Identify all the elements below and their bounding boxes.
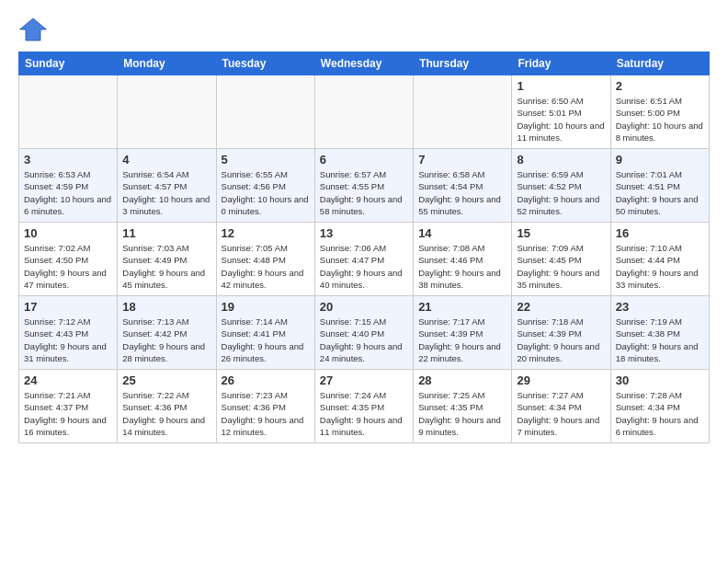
weekday-header-monday: Monday [118,52,216,75]
day-info: Sunrise: 7:21 AM Sunset: 4:37 PM Dayligh… [24,389,112,438]
day-number: 18 [122,300,210,314]
calendar-cell: 14Sunrise: 7:08 AM Sunset: 4:46 PM Dayli… [414,223,512,296]
day-number: 4 [122,153,210,167]
day-number: 27 [320,373,408,387]
calendar-week-5: 24Sunrise: 7:21 AM Sunset: 4:37 PM Dayli… [19,370,710,443]
day-info: Sunrise: 6:58 AM Sunset: 4:54 PM Dayligh… [418,168,506,217]
calendar-cell: 13Sunrise: 7:06 AM Sunset: 4:47 PM Dayli… [314,223,413,296]
calendar-cell [19,75,118,149]
calendar-cell: 8Sunrise: 6:59 AM Sunset: 4:52 PM Daylig… [512,149,610,223]
day-info: Sunrise: 7:05 AM Sunset: 4:48 PM Dayligh… [222,242,310,291]
day-info: Sunrise: 7:12 AM Sunset: 4:43 PM Dayligh… [24,316,112,364]
day-number: 13 [320,226,408,240]
day-number: 3 [24,153,112,167]
day-info: Sunrise: 7:22 AM Sunset: 4:36 PM Dayligh… [122,389,210,438]
calendar-cell: 29Sunrise: 7:27 AM Sunset: 4:34 PM Dayli… [512,370,610,443]
day-number: 6 [320,153,408,167]
day-info: Sunrise: 7:15 AM Sunset: 4:40 PM Dayligh… [320,316,408,364]
day-number: 28 [418,373,506,387]
day-info: Sunrise: 7:23 AM Sunset: 4:36 PM Dayligh… [222,389,310,438]
weekday-header-friday: Friday [512,52,610,75]
day-number: 17 [24,300,112,314]
day-number: 15 [517,226,605,240]
day-info: Sunrise: 6:53 AM Sunset: 4:59 PM Dayligh… [24,168,112,217]
calendar-cell: 24Sunrise: 7:21 AM Sunset: 4:37 PM Dayli… [19,370,118,443]
day-number: 16 [616,226,704,240]
day-number: 25 [122,373,210,387]
calendar-cell [414,75,512,149]
calendar-cell: 1Sunrise: 6:50 AM Sunset: 5:01 PM Daylig… [512,75,610,149]
calendar-week-3: 10Sunrise: 7:02 AM Sunset: 4:50 PM Dayli… [19,223,710,296]
day-info: Sunrise: 7:28 AM Sunset: 4:34 PM Dayligh… [616,389,704,438]
calendar-cell: 17Sunrise: 7:12 AM Sunset: 4:43 PM Dayli… [19,296,118,370]
logo [18,15,51,44]
calendar-cell: 26Sunrise: 7:23 AM Sunset: 4:36 PM Dayli… [216,370,314,443]
day-info: Sunrise: 7:03 AM Sunset: 4:49 PM Dayligh… [122,242,210,291]
calendar-cell: 7Sunrise: 6:58 AM Sunset: 4:54 PM Daylig… [414,149,512,223]
calendar-cell: 9Sunrise: 7:01 AM Sunset: 4:51 PM Daylig… [610,149,709,223]
day-number: 30 [616,373,704,387]
calendar-cell [216,75,314,149]
calendar-cell: 15Sunrise: 7:09 AM Sunset: 4:45 PM Dayli… [512,223,610,296]
day-info: Sunrise: 6:51 AM Sunset: 5:00 PM Dayligh… [616,95,704,144]
weekday-header-row: SundayMondayTuesdayWednesdayThursdayFrid… [19,52,710,75]
day-number: 20 [320,300,408,314]
day-info: Sunrise: 7:27 AM Sunset: 4:34 PM Dayligh… [517,389,605,438]
calendar-cell: 2Sunrise: 6:51 AM Sunset: 5:00 PM Daylig… [610,75,709,149]
calendar-cell: 11Sunrise: 7:03 AM Sunset: 4:49 PM Dayli… [118,223,216,296]
calendar-cell: 10Sunrise: 7:02 AM Sunset: 4:50 PM Dayli… [19,223,118,296]
calendar-cell: 23Sunrise: 7:19 AM Sunset: 4:38 PM Dayli… [610,296,709,370]
day-info: Sunrise: 7:25 AM Sunset: 4:35 PM Dayligh… [418,389,506,438]
day-number: 14 [418,226,506,240]
calendar-cell: 6Sunrise: 6:57 AM Sunset: 4:55 PM Daylig… [314,149,413,223]
day-number: 2 [616,79,704,93]
day-number: 23 [616,300,704,314]
weekday-header-saturday: Saturday [610,52,709,75]
day-info: Sunrise: 7:14 AM Sunset: 4:41 PM Dayligh… [222,316,310,364]
day-info: Sunrise: 7:19 AM Sunset: 4:38 PM Dayligh… [616,316,704,364]
day-info: Sunrise: 7:10 AM Sunset: 4:44 PM Dayligh… [616,242,704,291]
calendar-week-4: 17Sunrise: 7:12 AM Sunset: 4:43 PM Dayli… [19,296,710,370]
calendar-cell: 3Sunrise: 6:53 AM Sunset: 4:59 PM Daylig… [19,149,118,223]
day-info: Sunrise: 6:57 AM Sunset: 4:55 PM Dayligh… [320,168,408,217]
day-number: 5 [222,153,310,167]
day-number: 24 [24,373,112,387]
logo-icon [18,15,48,44]
calendar-week-1: 1Sunrise: 6:50 AM Sunset: 5:01 PM Daylig… [19,75,710,149]
day-info: Sunrise: 7:17 AM Sunset: 4:39 PM Dayligh… [418,316,506,364]
calendar: SundayMondayTuesdayWednesdayThursdayFrid… [18,52,710,443]
day-info: Sunrise: 6:55 AM Sunset: 4:56 PM Dayligh… [222,168,310,217]
calendar-cell: 18Sunrise: 7:13 AM Sunset: 4:42 PM Dayli… [118,296,216,370]
calendar-cell: 21Sunrise: 7:17 AM Sunset: 4:39 PM Dayli… [414,296,512,370]
calendar-week-2: 3Sunrise: 6:53 AM Sunset: 4:59 PM Daylig… [19,149,710,223]
weekday-header-sunday: Sunday [19,52,118,75]
day-number: 12 [222,226,310,240]
day-number: 21 [418,300,506,314]
calendar-cell: 4Sunrise: 6:54 AM Sunset: 4:57 PM Daylig… [118,149,216,223]
day-number: 8 [517,153,605,167]
calendar-cell: 28Sunrise: 7:25 AM Sunset: 4:35 PM Dayli… [414,370,512,443]
day-number: 11 [122,226,210,240]
day-number: 26 [222,373,310,387]
calendar-cell: 27Sunrise: 7:24 AM Sunset: 4:35 PM Dayli… [314,370,413,443]
day-info: Sunrise: 7:13 AM Sunset: 4:42 PM Dayligh… [122,316,210,364]
day-info: Sunrise: 7:24 AM Sunset: 4:35 PM Dayligh… [320,389,408,438]
day-info: Sunrise: 7:01 AM Sunset: 4:51 PM Dayligh… [616,168,704,217]
day-number: 9 [616,153,704,167]
day-number: 19 [222,300,310,314]
day-info: Sunrise: 7:02 AM Sunset: 4:50 PM Dayligh… [24,242,112,291]
weekday-header-tuesday: Tuesday [216,52,314,75]
calendar-cell: 16Sunrise: 7:10 AM Sunset: 4:44 PM Dayli… [610,223,709,296]
calendar-cell: 12Sunrise: 7:05 AM Sunset: 4:48 PM Dayli… [216,223,314,296]
calendar-cell [118,75,216,149]
calendar-cell: 19Sunrise: 7:14 AM Sunset: 4:41 PM Dayli… [216,296,314,370]
day-info: Sunrise: 6:59 AM Sunset: 4:52 PM Dayligh… [517,168,605,217]
weekday-header-thursday: Thursday [414,52,512,75]
day-number: 10 [24,226,112,240]
day-info: Sunrise: 7:06 AM Sunset: 4:47 PM Dayligh… [320,242,408,291]
day-info: Sunrise: 7:18 AM Sunset: 4:39 PM Dayligh… [517,316,605,364]
day-info: Sunrise: 7:09 AM Sunset: 4:45 PM Dayligh… [517,242,605,291]
calendar-cell [314,75,413,149]
day-info: Sunrise: 6:54 AM Sunset: 4:57 PM Dayligh… [122,168,210,217]
day-number: 29 [517,373,605,387]
